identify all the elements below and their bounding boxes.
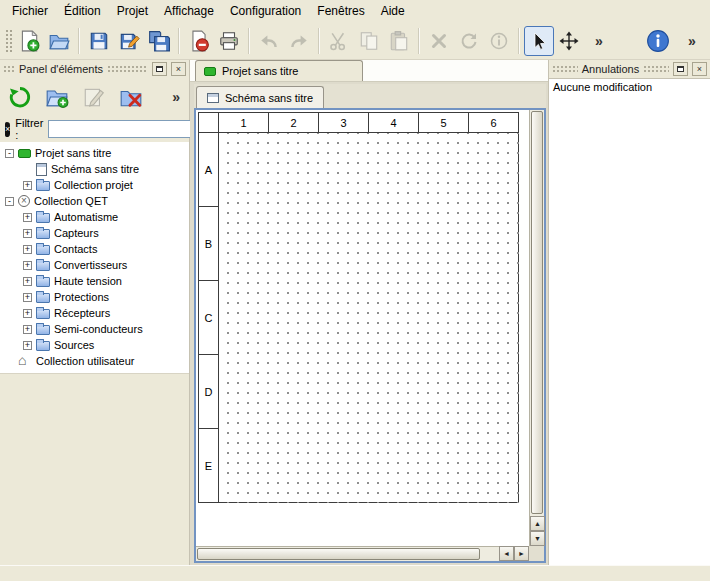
menu-edition[interactable]: Édition <box>56 1 109 21</box>
tree-item-semi-conducteurs[interactable]: + Semi-conducteurs <box>0 321 189 337</box>
tree-item-collection-qet[interactable]: - Collection QET <box>0 193 189 209</box>
about-qet-button[interactable] <box>643 26 673 56</box>
tree-item-sources[interactable]: + Sources <box>0 337 189 353</box>
new-document-button[interactable] <box>14 26 44 56</box>
tree-expand-toggle[interactable]: + <box>23 293 32 302</box>
element-info-button[interactable] <box>484 26 514 56</box>
tree-expand-toggle[interactable]: - <box>5 149 14 158</box>
undo-button[interactable] <box>254 26 284 56</box>
clear-filter-button[interactable]: × <box>5 122 10 137</box>
menu-projet[interactable]: Projet <box>109 1 156 21</box>
dock-drag-handle[interactable] <box>552 65 578 73</box>
toolbar-extension-button[interactable]: » <box>677 26 707 56</box>
save-all-button[interactable] <box>144 26 174 56</box>
tree-expand-toggle[interactable]: + <box>23 277 32 286</box>
delete-element-button[interactable] <box>116 82 146 112</box>
tree-expand-toggle[interactable]: + <box>23 213 32 222</box>
scroll-right-button[interactable]: ► <box>514 546 529 561</box>
tree-expand-toggle[interactable]: + <box>23 245 32 254</box>
toolbar-overflow-button[interactable]: » <box>584 26 614 56</box>
tree-item-collection-utilisateur[interactable]: Collection utilisateur <box>0 353 189 369</box>
delete-button[interactable] <box>424 26 454 56</box>
ruler-column-label: 6 <box>469 113 519 133</box>
open-project-button[interactable] <box>44 26 74 56</box>
tree-expand-toggle[interactable]: + <box>23 309 32 318</box>
tree-expand-toggle[interactable]: + <box>23 181 32 190</box>
dock-drag-handle[interactable] <box>643 65 669 73</box>
tree-item-project[interactable]: - Projet sans titre <box>0 145 189 161</box>
vertical-scroll-thumb[interactable] <box>531 111 543 514</box>
horizontal-scrollbar[interactable]: ◄ ► <box>196 546 529 561</box>
paste-button[interactable] <box>384 26 414 56</box>
menu-affichage[interactable]: Affichage <box>156 1 222 21</box>
menu-aide[interactable]: Aide <box>373 1 413 21</box>
tree-item-contacts[interactable]: + Contacts <box>0 241 189 257</box>
undo-history-item[interactable]: Aucune modification <box>549 79 710 95</box>
print-button[interactable] <box>214 26 244 56</box>
tree-item-schema[interactable]: Schéma sans titre <box>0 161 189 177</box>
tree-item-label: Protections <box>54 291 109 303</box>
close-file-button[interactable] <box>184 26 214 56</box>
tree-item-automatisme[interactable]: + Automatisme <box>0 209 189 225</box>
panel-toolbar-overflow[interactable]: » <box>172 89 180 105</box>
undo-dock: Annulations × Aucune modification <box>548 60 710 565</box>
dot-grid[interactable] <box>219 133 519 503</box>
tree-expand-toggle[interactable]: + <box>23 261 32 270</box>
schema-canvas[interactable]: 1 2 3 4 5 6 A B C D E <box>196 110 529 546</box>
redo-button[interactable] <box>284 26 314 56</box>
arrow-right-icon: ► <box>518 550 525 557</box>
select-mode-button[interactable] <box>524 26 554 56</box>
tree-item-label: Automatisme <box>54 211 118 223</box>
tab-schema-sans-titre[interactable]: Schéma sans titre <box>196 86 324 108</box>
rotate-button[interactable] <box>454 26 484 56</box>
tree-expand-toggle[interactable]: + <box>23 325 32 334</box>
dock-float-button[interactable] <box>152 62 167 76</box>
scroll-up-button[interactable]: ▲ <box>530 516 545 531</box>
undo-dock-titlebar: Annulations × <box>549 60 710 78</box>
new-element-button[interactable] <box>42 82 72 112</box>
menu-fenetres[interactable]: Fenêtres <box>309 1 372 21</box>
dock-close-button[interactable]: × <box>171 62 186 76</box>
tree-item-convertisseurs[interactable]: + Convertisseurs <box>0 257 189 273</box>
folder-icon <box>36 309 50 319</box>
ruler-row-label: E <box>199 429 219 503</box>
tree-expand-toggle[interactable]: - <box>5 197 14 206</box>
vertical-scrollbar[interactable]: ▲ ▼ <box>529 110 544 546</box>
float-icon <box>156 66 163 72</box>
save-as-button[interactable] <box>114 26 144 56</box>
tree-item-haute-tension[interactable]: + Haute tension <box>0 273 189 289</box>
reload-collections-button[interactable] <box>5 82 35 112</box>
ruler-row-label: D <box>199 355 219 429</box>
paste-icon <box>388 30 410 52</box>
move-mode-button[interactable] <box>554 26 584 56</box>
project-icon <box>18 149 31 158</box>
filter-input[interactable] <box>48 120 198 138</box>
dock-close-button[interactable]: × <box>692 62 707 76</box>
mdi-area: Schéma sans titre 1 2 3 4 5 <box>190 82 548 565</box>
dock-float-button[interactable] <box>673 62 688 76</box>
menu-configuration[interactable]: Configuration <box>222 1 309 21</box>
cut-button[interactable] <box>324 26 354 56</box>
toolbar-separator <box>248 28 250 54</box>
scroll-down-button[interactable]: ▼ <box>530 531 545 546</box>
tree-item-protections[interactable]: + Protections <box>0 289 189 305</box>
tree-item-collection-projet[interactable]: + Collection projet <box>0 177 189 193</box>
toolbar-drag-handle[interactable] <box>5 29 12 53</box>
tree-expand-toggle[interactable]: + <box>23 341 32 350</box>
scroll-left-button[interactable]: ◄ <box>499 546 514 561</box>
save-button[interactable] <box>84 26 114 56</box>
undo-dock-title: Annulations <box>582 63 640 75</box>
tree-item-recepteurs[interactable]: + Récepteurs <box>0 305 189 321</box>
tree-expand-toggle[interactable]: + <box>23 229 32 238</box>
dock-drag-handle[interactable] <box>107 65 148 73</box>
tab-projet-sans-titre[interactable]: Projet sans titre <box>195 60 363 81</box>
menu-fichier[interactable]: Fichier <box>4 1 56 21</box>
main-area: Panel d'éléments × » <box>0 60 710 565</box>
copy-button[interactable] <box>354 26 384 56</box>
edit-element-button[interactable] <box>79 82 109 112</box>
dock-drag-handle[interactable] <box>3 65 15 73</box>
refresh-icon <box>8 85 32 109</box>
tree-item-capteurs[interactable]: + Capteurs <box>0 225 189 241</box>
horizontal-scroll-thumb[interactable] <box>197 548 480 560</box>
schema-view: 1 2 3 4 5 6 A B C D E <box>194 108 546 563</box>
